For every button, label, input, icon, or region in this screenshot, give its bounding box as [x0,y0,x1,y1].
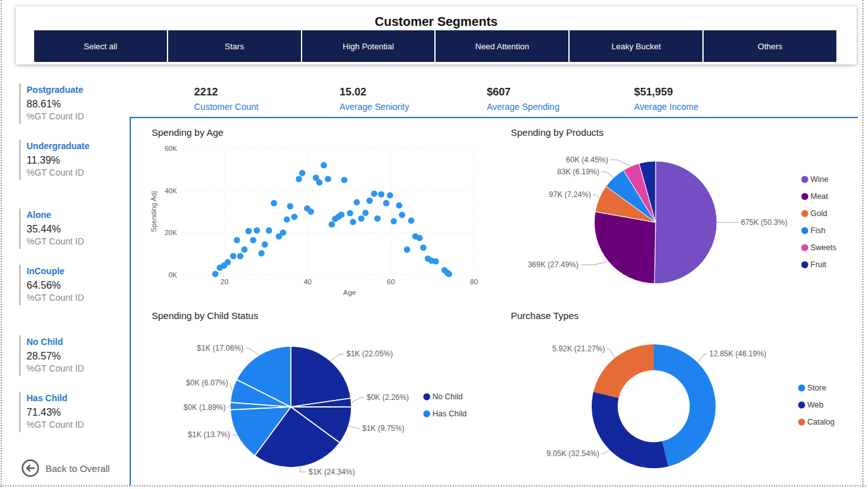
header-card: Customer Segments Select all Stars High … [16,6,857,64]
scatter-point[interactable] [245,228,252,234]
scatter-point[interactable] [321,162,327,168]
scatter-point[interactable] [353,199,360,205]
pie-slice-no-child[interactable] [291,346,351,407]
segment-button-others[interactable]: Others [704,30,836,62]
scatter-point[interactable] [284,217,290,223]
stat-card-no-child[interactable]: No Child 28.57% %GT Count ID [19,335,135,376]
legend-label: Store [807,383,826,392]
scatter-point[interactable] [387,192,393,198]
scatter-point[interactable] [399,212,405,218]
scatter-point[interactable] [367,198,373,204]
legend-label: Wine [810,175,829,184]
segment-button-high-potential[interactable]: High Potential [302,30,435,62]
scatter-point[interactable] [420,244,427,251]
donut-svg: 12.85K (46.19%)9.05K (32.54%)5.92K (21.2… [499,303,857,489]
segment-button-need-attention[interactable]: Need Attention [436,30,568,62]
x-tick-label: 40 [303,278,312,286]
segment-button-stars[interactable]: Stars [168,30,301,62]
pie-chart-spending-by-child-status[interactable]: $1K (22.05%)$0K (2.26%)$1K (9.75%)$1K (2… [130,303,499,489]
stat-value: 28.57% [27,351,135,362]
stat-value: 71.43% [27,407,135,418]
pie-slice-wine[interactable] [654,161,717,284]
data-label: 675K (50.3%) [741,218,787,227]
legend-item[interactable]: No Child [424,392,463,401]
scatter-point[interactable] [291,214,298,220]
stat-card-postgraduate[interactable]: Postgraduate 88.61% %GT Count ID [19,83,135,124]
x-tick-label: 80 [470,278,478,286]
scatter-point[interactable] [371,191,377,197]
scatter-point[interactable] [417,235,423,241]
scatter-point[interactable] [383,200,389,207]
scatter-point[interactable] [250,237,256,243]
scatter-point[interactable] [254,227,260,234]
stat-card-incouple[interactable]: InCouple 64.56% %GT Count ID [19,265,135,305]
pie-chart-spending-by-products[interactable]: 675K (50.3%)369K (27.49%)97K (7.24%)83K … [499,120,857,303]
scatter-point[interactable] [296,176,302,182]
scatter-point[interactable] [374,215,381,222]
scatter-point[interactable] [280,229,286,236]
legend-item[interactable]: Sweets [802,243,837,252]
stat-card-has-child[interactable]: Has Child 71.43% %GT Count ID [19,392,135,432]
scatter-point[interactable] [241,246,248,253]
stat-card-undergraduate[interactable]: Undergraduate 11.39% %GT Count ID [19,140,135,180]
legend-item[interactable]: Gold [802,209,828,218]
legend-item[interactable]: Store [798,383,826,392]
back-to-overall-button[interactable]: Back to Overall [21,459,110,478]
scatter-point[interactable] [308,208,314,215]
scatter-point[interactable] [358,215,364,222]
scatter-point[interactable] [341,177,348,183]
scatter-point[interactable] [287,203,293,210]
scatter-point[interactable] [266,227,272,234]
scatter-point[interactable] [259,250,265,257]
legend-label: Sweets [810,243,836,252]
segment-button-leaky-bucket[interactable]: Leaky Bucket [570,30,702,62]
legend-item[interactable]: Fish [802,226,826,235]
label-leader-line [593,195,599,198]
scatter-point[interactable] [262,241,268,248]
stat-caption: %GT Count ID [27,293,135,303]
label-leader-line [300,467,306,472]
scatter-point[interactable] [378,191,384,198]
scatter-point[interactable] [362,210,369,216]
stat-card-alone[interactable]: Alone 35.44% %GT Count ID [19,208,135,249]
segment-button-select-all[interactable]: Select all [34,30,167,62]
label-leader-line [331,354,344,361]
legend-dot [802,244,809,251]
legend-item[interactable]: Web [798,401,824,409]
scatter-point[interactable] [347,210,353,217]
stat-caption: %GT Count ID [27,167,135,178]
scatter-point[interactable] [224,259,231,265]
scatter-point[interactable] [432,258,439,265]
scatter-point[interactable] [325,176,331,182]
legend-dot [802,176,809,183]
scatter-point[interactable] [329,221,335,227]
legend-item[interactable]: Fruit [802,260,827,269]
scatter-point[interactable] [234,237,240,243]
legend-item[interactable]: Wine [802,175,829,184]
pie-slice-meat[interactable] [594,212,656,284]
scatter-point[interactable] [299,170,305,176]
scatter-point[interactable] [316,179,322,186]
scatter-point[interactable] [230,253,236,259]
kpi-value: $51,959 [634,86,699,99]
data-label: 97K (7.24%) [549,190,591,199]
scatter-point[interactable] [408,217,414,224]
scatter-point[interactable] [391,218,397,224]
pie-slice-web[interactable] [592,392,668,468]
scatter-point[interactable] [237,253,243,259]
scatter-point[interactable] [212,271,219,277]
scatter-point[interactable] [350,219,356,226]
scatter-point[interactable] [446,271,452,277]
scatter-point[interactable] [396,202,402,208]
donut-chart-purchase-types[interactable]: 12.85K (46.19%)9.05K (32.54%)5.92K (21.2… [499,303,857,489]
y-axis-title: Spending Adj [150,191,157,232]
label-leader-line [601,450,610,454]
scatter-chart-spending-by-age[interactable]: 0K20K40K60K20406080AgeSpending Adj [130,120,490,303]
scatter-point[interactable] [271,200,277,207]
scatter-point[interactable] [404,246,410,253]
legend-item[interactable]: Has Child [424,409,467,418]
legend-item[interactable]: Meat [802,192,829,201]
legend-dot [802,210,809,217]
legend-item[interactable]: Catalog [798,418,835,426]
scatter-point[interactable] [338,212,345,218]
